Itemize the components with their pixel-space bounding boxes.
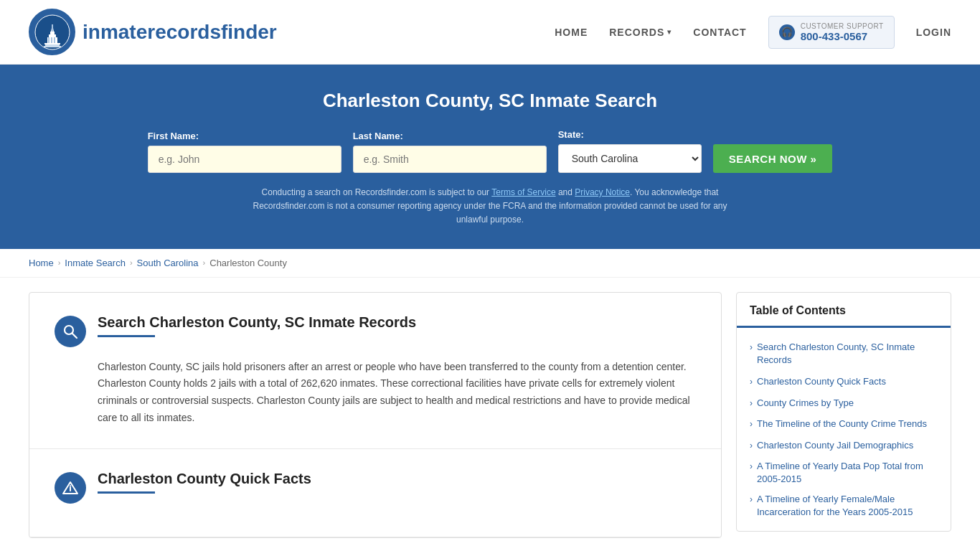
svg-rect-11 — [44, 46, 61, 47]
section1-title: Search Charleston County, SC Inmate Reco… — [98, 314, 416, 331]
chevron-icon: › — [750, 419, 753, 429]
hero-section: Charleston County, SC Inmate Search Firs… — [0, 65, 980, 249]
state-select[interactable]: AlabamaAlaskaArizonaArkansasCaliforniaCo… — [558, 144, 702, 173]
toc-link[interactable]: The Timeline of the County Crime Trends — [757, 418, 927, 430]
chevron-icon: › — [750, 398, 753, 408]
main-container: Search Charleston County, SC Inmate Reco… — [0, 278, 980, 551]
chevron-down-icon: ▾ — [667, 28, 672, 36]
svg-rect-9 — [52, 24, 53, 32]
section2-header: Charleston County Quick Facts — [55, 471, 696, 504]
breadcrumb-sep-1: › — [58, 258, 61, 267]
section-quick-facts: Charleston County Quick Facts — [29, 449, 721, 537]
logo-text-regular: inmaterecords — [83, 21, 221, 43]
logo-text-bold: finder — [221, 21, 277, 43]
toc-link[interactable]: Charleston County Quick Facts — [757, 375, 886, 388]
headset-icon: 🎧 — [779, 24, 795, 40]
state-group: State: AlabamaAlaskaArizonaArkansasCalif… — [558, 129, 702, 173]
toc-link[interactable]: Search Charleston County, SC Inmate Reco… — [757, 341, 938, 367]
chevron-icon: › — [750, 342, 753, 352]
toc-items: ›Search Charleston County, SC Inmate Rec… — [737, 328, 951, 532]
toc-sub-item[interactable]: ›A Timeline of Yearly Data Pop Total fro… — [750, 456, 938, 489]
breadcrumb-charleston-county: Charleston County — [209, 258, 287, 268]
svg-rect-8 — [44, 43, 60, 44]
toc-item[interactable]: ›Charleston County Jail Demographics — [750, 435, 938, 456]
breadcrumb-home[interactable]: Home — [29, 258, 54, 268]
toc-link[interactable]: Charleston County Jail Demographics — [757, 439, 913, 452]
svg-rect-3 — [50, 32, 55, 35]
search-icon — [55, 316, 86, 347]
section1-body: Charleston County, SC jails hold prisone… — [98, 359, 696, 427]
svg-rect-10 — [45, 44, 60, 46]
chevron-icon: › — [750, 377, 753, 387]
privacy-link[interactable]: Privacy Notice — [575, 187, 630, 197]
section-inmate-records: Search Charleston County, SC Inmate Reco… — [29, 293, 721, 449]
last-name-input[interactable] — [353, 146, 547, 173]
breadcrumb-inmate-search[interactable]: Inmate Search — [65, 258, 126, 268]
chevron-icon: › — [750, 461, 753, 471]
last-name-group: Last Name: — [353, 131, 547, 173]
chevron-icon: › — [750, 441, 753, 451]
section2-underline — [98, 491, 155, 494]
first-name-label: First Name: — [148, 131, 199, 141]
nav-login[interactable]: LOGIN — [916, 27, 951, 38]
section1-title-wrap: Search Charleston County, SC Inmate Reco… — [98, 314, 416, 337]
chevron-icon: › — [750, 494, 753, 504]
toc-item[interactable]: ›Search Charleston County, SC Inmate Rec… — [750, 336, 938, 371]
toc-item[interactable]: ›Charleston County Quick Facts — [750, 371, 938, 392]
toc-link[interactable]: A Timeline of Yearly Female/Male Incarce… — [757, 493, 938, 519]
nav-records-label: RECORDS — [609, 27, 664, 38]
nav-records[interactable]: RECORDS ▾ — [609, 27, 672, 38]
section1-underline — [98, 335, 155, 337]
sidebar: Table of Contents ›Search Charleston Cou… — [736, 292, 951, 538]
toc-link[interactable]: County Crimes by Type — [757, 397, 854, 410]
toc-sub-item[interactable]: ›The Timeline of the County Crime Trends — [750, 414, 938, 434]
toc-link[interactable]: A Timeline of Yearly Data Pop Total from… — [757, 460, 938, 486]
toc-header: Table of Contents — [737, 293, 951, 328]
logo-text: inmaterecordsfinder — [83, 21, 277, 44]
toc-item[interactable]: ›County Crimes by Type — [750, 392, 938, 414]
support-label: CUSTOMER SUPPORT — [801, 22, 884, 30]
support-text: CUSTOMER SUPPORT 800-433-0567 — [801, 22, 884, 42]
support-number: 800-433-0567 — [801, 30, 884, 42]
last-name-label: Last Name: — [353, 131, 403, 141]
search-button[interactable]: SEARCH NOW » — [713, 144, 833, 173]
first-name-input[interactable] — [148, 146, 341, 173]
logo-area: inmaterecordsfinder — [29, 9, 277, 55]
info-icon — [55, 472, 86, 504]
hero-title: Charleston County, SC Inmate Search — [29, 90, 951, 112]
customer-support[interactable]: 🎧 CUSTOMER SUPPORT 800-433-0567 — [768, 16, 895, 49]
svg-line-13 — [72, 333, 77, 338]
breadcrumb-south-carolina[interactable]: South Carolina — [137, 258, 199, 268]
main-nav: HOME RECORDS ▾ CONTACT 🎧 CUSTOMER SUPPOR… — [555, 16, 951, 49]
section2-title: Charleston County Quick Facts — [98, 471, 311, 487]
nav-home[interactable]: HOME — [555, 27, 588, 38]
content-area: Search Charleston County, SC Inmate Reco… — [29, 292, 722, 538]
svg-point-16 — [70, 485, 71, 486]
breadcrumb-sep-3: › — [203, 258, 206, 267]
state-label: State: — [558, 129, 584, 140]
section1-header: Search Charleston County, SC Inmate Reco… — [55, 314, 696, 347]
section2-title-wrap: Charleston County Quick Facts — [98, 471, 311, 494]
first-name-group: First Name: — [148, 131, 341, 173]
toc-sub-item[interactable]: ›A Timeline of Yearly Female/Male Incarc… — [750, 489, 938, 522]
terms-link[interactable]: Terms of Service — [491, 187, 555, 197]
breadcrumb: Home › Inmate Search › South Carolina › … — [0, 249, 980, 278]
logo-icon — [29, 9, 75, 55]
site-header: inmaterecordsfinder HOME RECORDS ▾ CONTA… — [0, 0, 980, 65]
breadcrumb-sep-2: › — [130, 258, 133, 267]
table-of-contents: Table of Contents ›Search Charleston Cou… — [736, 292, 951, 532]
hero-disclaimer: Conducting a search on Recordsfinder.com… — [239, 186, 741, 227]
nav-contact[interactable]: CONTACT — [693, 27, 746, 38]
search-form: First Name: Last Name: State: AlabamaAla… — [29, 129, 951, 173]
